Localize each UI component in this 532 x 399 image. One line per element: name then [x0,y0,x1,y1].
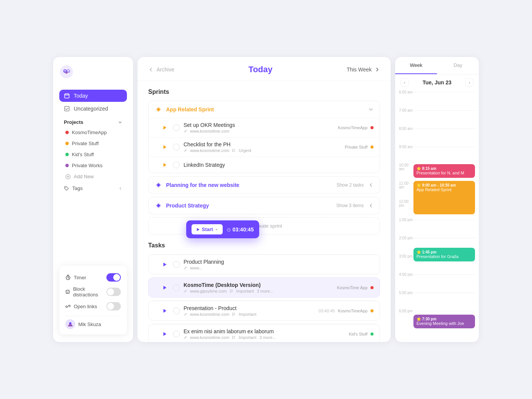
calendar-tabs: Week Day [395,57,479,74]
project-tag: KosmoTimeApp [338,309,367,313]
sprint-task-row: Set up OKR Meetings www.kosmotime.com Ko… [149,118,380,137]
timer-toggle[interactable] [106,273,121,282]
svg-point-13 [68,291,69,291]
time-label: 6:00 pm [399,309,413,313]
task-checkbox[interactable] [173,261,180,268]
time-slot: 9:00 am [395,145,479,163]
project-tag: KosmoTime App [337,285,367,290]
create-sprint-button[interactable]: Create sprint [148,217,380,234]
chevron-right-icon[interactable] [375,67,380,72]
avatar [65,319,75,329]
tab-week[interactable]: Week [395,57,437,74]
calendar-event[interactable]: ⭐ 8:15 am Presentation for N. and M [413,164,475,178]
sprint-header[interactable]: App Related Sprint [149,101,380,118]
event-time: ⭐ 8:15 am [416,166,472,171]
event-name: Evening Meeting with Joe [416,321,472,326]
task-checkbox[interactable] [173,124,180,131]
svg-marker-26 [163,286,166,290]
task-card: Product Planning www... [148,254,380,274]
task-checkbox[interactable] [173,162,180,168]
event-time: ⭐ 1:45 pm [416,250,472,254]
link-icon [184,149,187,152]
app-container: Today Uncategorized Projects [53,57,479,342]
task-card-active: KosmoTime (Desktop Version) www.gipsytim… [148,277,380,298]
tab-day[interactable]: Day [437,57,479,74]
project-dot [65,153,69,156]
time-label: 1:00 pm [399,218,413,222]
flag-icon [232,149,236,152]
sidebar-item-today[interactable]: Today [59,90,127,102]
play-button[interactable] [161,283,169,292]
time-label: 2:00 pm [399,236,413,240]
open-links-row: Open links [65,300,121,313]
calendar-event[interactable]: ⭐ 7:30 pm Evening Meeting with Joe [413,315,475,328]
block-toggle[interactable] [106,288,121,296]
svg-marker-17 [163,126,166,130]
next-day-button[interactable]: › [465,78,473,87]
chevron-left-icon[interactable] [368,203,374,208]
sprint-icon [155,106,162,113]
project-tag: Kid's Stuff [349,332,367,336]
sprint-header[interactable]: Product Strategy Show 3 items [149,197,380,214]
play-button[interactable] [161,143,169,151]
task-checkbox[interactable] [173,144,180,150]
task-name: Set up OKR Meetings [184,122,334,128]
chevron-down-icon [118,120,122,125]
sidebar-item-kids[interactable]: Kid's Stuff [59,149,127,160]
projects-section-header[interactable]: Projects [59,116,127,127]
svg-point-3 [65,71,68,74]
event-name: App Related Sprint [416,187,472,192]
project-color-dot [370,126,374,129]
archive-nav[interactable]: Archive [148,66,174,73]
sidebar-item-private-works[interactable]: Private Works [59,160,127,171]
tasks-section-title: Tasks [148,242,380,249]
chevron-left-icon[interactable] [148,67,154,72]
timer-icon [65,275,71,280]
link-icon [184,130,187,133]
prev-day-button[interactable]: ‹ [401,78,409,87]
sidebar-item-kosmo[interactable]: KosmoTimeApp [59,127,127,138]
time-divider [413,92,475,92]
play-button[interactable] [161,161,169,169]
chevron-left-icon[interactable] [368,182,374,188]
project-color-dot [370,286,374,289]
calendar-event[interactable]: ⭐ 1:45 pm Presentation for Graža [413,248,475,261]
svg-rect-6 [65,94,69,98]
timer-display: 03:40:45 [233,226,254,233]
sidebar-item-tags[interactable]: Tags [59,182,127,194]
task-row: Presentation - Product www.kosmotime.com… [149,301,380,320]
chevron-down-icon[interactable] [368,107,374,112]
this-week-button[interactable]: This Week [347,66,380,73]
event-name: Presentation for N. and M [416,171,472,175]
link-icon [184,290,187,293]
time-label: 10:00 am [399,163,413,171]
task-row: Ex enim nisi anim laborum ex laborum www… [149,324,380,342]
task-checkbox[interactable] [173,284,180,291]
task-checkbox[interactable] [173,331,180,337]
user-row: Mik Skuza [65,316,121,329]
project-color-dot [370,332,374,336]
event-time: ⭐ 9:00 am - 10:30 am [416,183,472,187]
sidebar: Today Uncategorized Projects [53,57,133,342]
links-toggle[interactable] [106,302,121,310]
task-checkbox[interactable] [173,307,180,314]
play-button[interactable] [161,124,169,132]
play-button[interactable] [161,307,169,315]
sidebar-item-private-stuff[interactable]: Private Stuff [59,138,127,149]
dropdown-icon [215,228,218,231]
timer-display: 03:40:45 [318,309,335,313]
sprint-header[interactable]: Planning for the new website Show 2 task… [149,177,380,193]
task-row: Product Planning www... [149,255,380,274]
start-button[interactable]: Start [192,224,223,234]
time-label: 8:00 am [399,127,413,131]
play-button[interactable] [161,260,169,269]
time-slot: 8:00 am [395,127,479,145]
time-label: 9:00 am [399,145,413,149]
sprint-card-planning: Planning for the new website Show 2 task… [148,176,380,194]
calendar-event[interactable]: ⭐ 9:00 am - 10:30 am App Related Sprint [413,181,475,214]
add-new-project[interactable]: Add New [59,171,127,182]
link-icon [184,313,187,316]
play-button[interactable] [161,330,169,338]
time-divider [413,128,475,129]
sidebar-item-uncategorized[interactable]: Uncategorized [59,103,127,115]
